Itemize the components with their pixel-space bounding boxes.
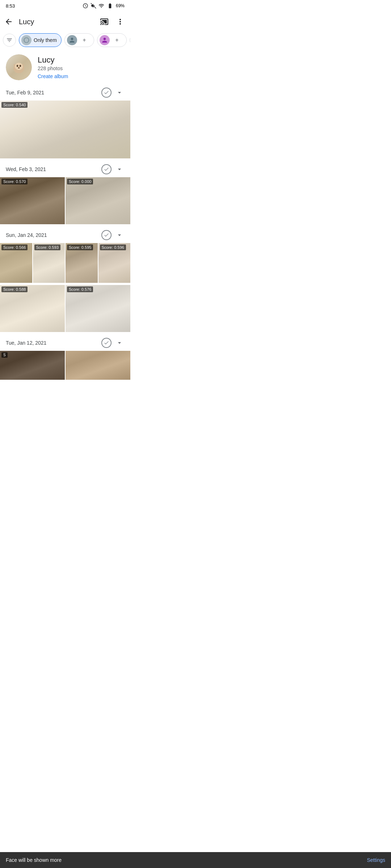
person1-avatar [67,35,77,45]
svg-point-5 [17,65,18,67]
person2-avatar [100,35,110,45]
section-jan12: Tue, Jan 12, 2021 S [0,333,130,381]
photo-item[interactable]: Score: 0.596 [98,243,131,283]
date-header-jan24: Sun, Jan 24, 2021 [0,226,130,243]
battery-icon [106,3,114,9]
photo-item[interactable]: Score: 0.570 [0,177,65,224]
date-label-feb3: Wed, Feb 3, 2021 [6,166,101,172]
person2-chip[interactable]: + [97,33,127,47]
photo-grid-jan12: S [0,351,130,381]
score-badge: Score: 0.595 [67,244,93,250]
date-chevron-jan12[interactable] [114,338,125,348]
photo-item[interactable]: Score: 0.576 [66,285,130,332]
photo-item[interactable]: S [0,351,65,380]
person2-plus-icon: + [112,35,122,45]
svg-point-2 [15,63,23,70]
status-icons: 69% [83,3,125,9]
back-button[interactable] [1,14,16,29]
create-album-button[interactable]: Create album [38,73,125,79]
score-badge: Score: 0.566 [1,244,28,250]
score-badge: Score: 0.570 [1,179,28,184]
only-them-chip[interactable]: Only them [19,33,62,47]
date-header-jan12: Tue, Jan 12, 2021 [0,333,130,351]
top-app-bar: Lucy [0,12,130,32]
svg-point-8 [18,68,20,69]
mute-icon [91,3,96,9]
photo-item[interactable]: Score: 0.595 [66,243,98,283]
cast-button[interactable] [97,14,112,29]
date-label-jan12: Tue, Jan 12, 2021 [6,340,101,346]
page-title: Lucy [19,18,94,26]
filter-chips-row: Only them + + Hug [0,32,130,48]
score-badge: Score: 0.540 [1,102,28,108]
more-options-button[interactable] [113,14,127,29]
date-chevron-jan24[interactable] [114,230,125,240]
photo-item[interactable]: Score: 0.593 [33,243,65,283]
date-chevron-feb3[interactable] [114,164,125,174]
wifi-icon [98,3,104,9]
date-chevron-feb9[interactable] [114,88,125,98]
svg-point-6 [20,65,21,67]
only-them-avatar [21,35,31,45]
photo-grid-jan24-row1: Score: 0.566 Score: 0.593 Score: 0.595 S… [0,243,130,284]
date-label-feb9: Tue, Feb 9, 2021 [6,90,101,95]
score-badge: Score: 0.000 [67,179,93,184]
photo-item[interactable]: Score: 0.588 [0,285,65,332]
photo-grid-feb3: Score: 0.570 Score: 0.000 [0,177,130,226]
photo-item[interactable]: Score: 0.000 [66,177,130,224]
score-badge: Score: 0.593 [34,244,60,250]
photo-item[interactable]: Score: 0.540 [0,101,130,158]
profile-section: Lucy 228 photos Create album [0,48,130,83]
photo-item[interactable]: Score: 0.566 [0,243,32,283]
score-badge: S [1,352,8,358]
profile-avatar [6,54,32,80]
photo-grid-jan24-row2: Score: 0.588 Score: 0.576 [0,285,130,333]
filter-button[interactable] [3,34,16,47]
date-header-feb9: Tue, Feb 9, 2021 [0,83,130,101]
date-label-jan24: Sun, Jan 24, 2021 [6,232,101,238]
section-feb3: Wed, Feb 3, 2021 Score: 0.570 Score: 0.0… [0,160,130,226]
battery-level: 69% [116,3,125,8]
profile-name: Lucy [38,55,125,65]
section-jan24: Sun, Jan 24, 2021 Score: 0.566 Score: 0.… [0,226,130,333]
date-check-feb3[interactable] [101,164,112,174]
photo-grid-feb9: Score: 0.540 [0,101,130,160]
only-them-label: Only them [34,37,57,43]
score-badge: Score: 0.588 [1,286,28,292]
status-bar: 8:53 69% [0,0,130,12]
profile-info: Lucy 228 photos Create album [38,55,125,79]
photo-item[interactable] [66,351,130,380]
date-header-feb3: Wed, Feb 3, 2021 [0,160,130,177]
section-feb9: Tue, Feb 9, 2021 Score: 0.540 [0,83,130,160]
date-check-jan12[interactable] [101,338,112,348]
alarm-icon [83,3,88,9]
date-check-feb9[interactable] [101,88,112,98]
date-check-jan24[interactable] [101,230,112,240]
top-action-icons [97,14,127,29]
score-badge: Score: 0.596 [100,244,126,250]
person1-plus-icon: + [79,35,89,45]
profile-photo-count: 228 photos [38,65,125,71]
status-time: 8:53 [6,3,15,9]
person1-chip[interactable]: + [64,33,94,47]
hug-chip[interactable]: Hug [130,35,130,45]
score-badge: Score: 0.576 [67,286,93,292]
